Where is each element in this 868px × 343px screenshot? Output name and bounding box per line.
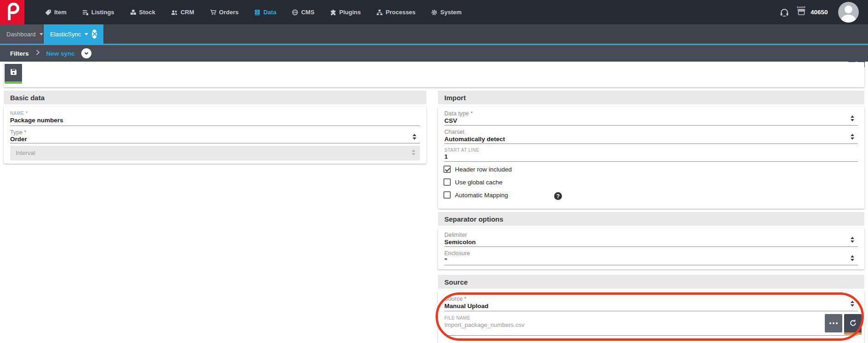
enclosure-select[interactable]: " (444, 257, 447, 264)
source-label: Source * (444, 296, 466, 302)
menu-item-data[interactable]: Data (254, 9, 276, 16)
menu-item-label: Processes (386, 9, 415, 16)
checkbox-label: Header row included (455, 166, 512, 173)
drawers-icon (254, 9, 261, 16)
menu-item-stock[interactable]: Stock (130, 9, 155, 16)
field-underline (444, 335, 858, 336)
unfold-more-icon[interactable] (851, 237, 854, 243)
checkbox-icon[interactable] (443, 178, 451, 186)
unfold-more-icon (412, 149, 415, 155)
puzzle-icon (330, 9, 336, 16)
flow-icon (376, 9, 383, 16)
name-field-input[interactable]: Package numbers (10, 117, 63, 124)
tab-dashboard[interactable]: Dashboard (0, 24, 43, 44)
source-section-header: Source (438, 275, 864, 289)
interval-placeholder: Interval (16, 149, 35, 156)
checkbox-icon[interactable] (443, 166, 451, 173)
menu-item-item[interactable]: Item (45, 9, 67, 16)
chevron-right-icon (35, 49, 40, 57)
enclosure-label: Enclosure (444, 250, 470, 257)
delimiter-label: Delimiter (444, 232, 467, 238)
stock-icon (130, 9, 136, 16)
unfold-more-icon[interactable] (851, 134, 854, 140)
section-title: Source (444, 278, 468, 286)
file-name-label: FILE NAME (444, 315, 470, 320)
header-row-included-checkbox[interactable]: Header row included (443, 166, 512, 173)
tab-bar: Dashboard ElasticSync (0, 24, 868, 44)
menu-item-listings[interactable]: Listings (82, 9, 114, 16)
section-title: Import (444, 94, 466, 102)
type-select[interactable]: Order (10, 136, 27, 143)
section-title: Separator options (444, 215, 503, 223)
tab-label: Dashboard (6, 31, 36, 38)
menu-item-label: Item (54, 9, 67, 16)
start-at-line-input[interactable]: 1 (444, 153, 448, 160)
charset-label: Charset (444, 129, 465, 135)
tab-elasticsync[interactable]: ElasticSync (44, 24, 103, 44)
help-icon[interactable]: ? (554, 192, 562, 200)
menu-item-system[interactable]: System (431, 9, 461, 16)
checkbox-icon[interactable] (443, 191, 451, 199)
main-menu: Item Listings Stock CRM Orders Data (45, 0, 462, 24)
breadcrumb-root[interactable]: Filters (10, 50, 29, 57)
import-section-header: Import (438, 91, 864, 104)
gear-icon (431, 9, 437, 16)
menu-item-label: System (440, 9, 461, 16)
globe-icon (292, 9, 298, 16)
menu-item-cms[interactable]: CMS (292, 9, 314, 16)
source-select[interactable]: Manual Upload (444, 303, 488, 309)
charset-select[interactable]: Automatically detect (444, 136, 505, 143)
breadcrumb-expand-icon[interactable] (81, 48, 91, 58)
chevron-down-icon (40, 33, 43, 35)
tag-icon (45, 9, 51, 16)
unfold-more-icon[interactable] (413, 134, 416, 140)
plentymarkets-logo[interactable] (0, 0, 24, 24)
field-underline (444, 265, 858, 265)
menu-item-orders[interactable]: Orders (210, 9, 239, 16)
menu-item-label: Listings (91, 9, 114, 16)
field-underline (444, 161, 858, 162)
name-field-label: NAME * (10, 111, 28, 116)
save-button[interactable] (5, 64, 22, 84)
automatic-mapping-checkbox[interactable]: Automatic Mapping (443, 191, 508, 199)
reset-file-button[interactable] (844, 314, 862, 335)
shop-id: 40650 (811, 9, 828, 16)
browse-file-button[interactable] (825, 314, 842, 332)
data-type-label: Data type * (444, 110, 473, 117)
menu-item-crm[interactable]: CRM (171, 9, 194, 16)
user-avatar[interactable] (838, 2, 859, 23)
import-card: Data type * CSV Charset Automatically de… (438, 107, 864, 209)
separator-options-section-header: Separator options (438, 212, 864, 226)
undo-icon (849, 319, 857, 328)
field-underline (444, 143, 858, 144)
close-tab-icon[interactable] (92, 29, 97, 39)
menu-item-plugins[interactable]: Plugins (330, 9, 361, 16)
breadcrumb-current[interactable]: New sync (46, 50, 75, 57)
listings-icon (82, 9, 89, 16)
field-underline (10, 126, 420, 126)
menu-item-label: Orders (219, 9, 239, 16)
shop-icon[interactable]: SHOP (797, 6, 806, 15)
menu-item-processes[interactable]: Processes (376, 9, 415, 16)
tab-label: ElasticSync (50, 31, 81, 38)
file-name-input[interactable]: Import_package_numbers.csv (444, 321, 524, 328)
data-type-select[interactable]: CSV (444, 117, 457, 124)
checkbox-label: Automatic Mapping (455, 192, 508, 199)
delimiter-select[interactable]: Semicolon (444, 239, 476, 246)
breadcrumb: Filters New sync (0, 45, 868, 62)
field-underline (10, 143, 420, 143)
cart-icon (210, 9, 216, 16)
source-card: Source * Manual Upload FILE NAME Import_… (438, 291, 864, 343)
floppy-disk-icon (10, 68, 17, 78)
unfold-more-icon[interactable] (851, 301, 854, 307)
separator-options-card: Delimiter Semicolon Enclosure " (438, 228, 864, 269)
unfold-more-icon[interactable] (851, 255, 854, 261)
field-underline (444, 246, 858, 247)
support-headset-icon[interactable] (780, 8, 789, 19)
section-title: Basic data (10, 94, 45, 102)
field-underline (444, 125, 858, 126)
use-global-cache-checkbox[interactable]: Use global cache (443, 178, 503, 186)
basic-data-card: NAME * Package numbers Type * Order Inte… (4, 107, 426, 164)
toolbar (4, 62, 864, 87)
unfold-more-icon[interactable] (851, 115, 854, 121)
